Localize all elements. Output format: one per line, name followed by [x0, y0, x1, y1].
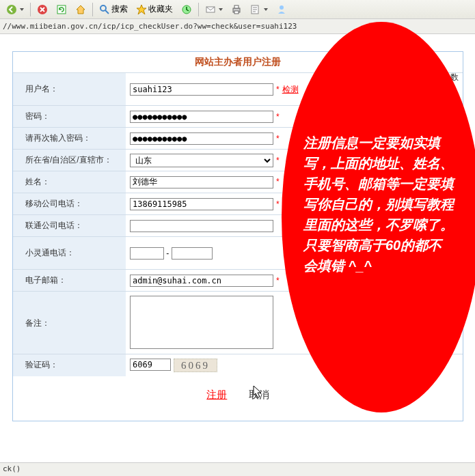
print-button[interactable]: [228, 2, 245, 17]
label-xlt: 小灵通电话：: [13, 237, 126, 270]
check-username-link[interactable]: 检测: [282, 85, 299, 94]
required-star: *: [276, 199, 280, 209]
required-star: *: [276, 85, 280, 94]
history-button[interactable]: [178, 2, 195, 17]
messenger-button[interactable]: [273, 2, 290, 17]
xlt-number-input[interactable]: [172, 247, 213, 260]
unicom-input[interactable]: [130, 220, 273, 232]
label-captcha: 验证码：: [13, 354, 126, 376]
svg-rect-8: [234, 11, 239, 14]
svg-rect-7: [234, 5, 239, 8]
password-input[interactable]: [130, 111, 273, 123]
required-star: *: [276, 112, 280, 122]
svg-point-3: [100, 5, 106, 11]
print-icon: [231, 4, 242, 15]
svg-point-0: [7, 5, 16, 14]
home-button[interactable]: [72, 2, 90, 17]
email-input[interactable]: [130, 275, 273, 287]
province-select[interactable]: 山东: [130, 154, 273, 167]
star-icon: [136, 4, 147, 15]
mobile-input[interactable]: [130, 198, 273, 210]
label-realname: 姓名：: [13, 171, 126, 193]
required-star: *: [276, 134, 280, 143]
label-unicom: 联通公司电话：: [13, 215, 126, 237]
realname-input[interactable]: [130, 176, 273, 188]
label-username: 用户名：: [13, 73, 126, 106]
history-icon: [181, 4, 192, 15]
label-password: 密码：: [13, 106, 126, 128]
back-button[interactable]: [3, 2, 27, 17]
stop-icon: [37, 4, 48, 15]
edit-icon: [250, 4, 261, 15]
dash: -: [166, 249, 169, 258]
username-input[interactable]: [130, 83, 273, 96]
status-text: ck(): [3, 464, 21, 473]
mail-icon: [205, 4, 216, 15]
captcha-input[interactable]: [130, 359, 171, 371]
edit-button[interactable]: [247, 2, 271, 17]
annotation-text: 注册信息一定要如实填写，上面的地址、姓名、手机号、邮箱等一定要填写你自己的，别填…: [303, 132, 454, 276]
search-label: 搜索: [111, 3, 128, 15]
fav-label: 收藏夹: [148, 3, 173, 15]
url-text: //www.miibeian.gov.cn/icp/icp_checkUser.…: [3, 22, 297, 31]
messenger-icon: [276, 4, 287, 15]
xlt-area-input[interactable]: [130, 247, 164, 260]
label-email: 电子邮箱：: [13, 270, 126, 292]
home-icon: [75, 4, 86, 15]
status-bar: ck(): [0, 462, 475, 476]
label-password2: 请再次输入密码：: [13, 128, 126, 150]
submit-button[interactable]: 注册: [206, 389, 227, 400]
svg-point-10: [280, 5, 284, 10]
chevron-down-icon: [219, 8, 223, 11]
chevron-down-icon: [264, 8, 268, 11]
label-remark: 备注：: [13, 292, 126, 354]
cancel-button[interactable]: 取消: [249, 389, 269, 400]
refresh-button[interactable]: [53, 2, 70, 17]
back-icon: [6, 4, 17, 15]
favorites-button[interactable]: 收藏夹: [133, 2, 176, 17]
password2-input[interactable]: [130, 132, 273, 145]
label-mobile: 移动公司电话：: [13, 193, 126, 215]
annotation-overlay: 注册信息一定要如实填写，上面的地址、姓名、手机号、邮箱等一定要填写你自己的，别填…: [282, 22, 475, 412]
label-province: 所在省/自治区/直辖市：: [13, 150, 126, 171]
refresh-icon: [56, 4, 67, 15]
browser-toolbar: 搜索 收藏夹: [0, 0, 475, 19]
stop-button[interactable]: [33, 2, 51, 17]
required-star: *: [276, 177, 280, 186]
mail-button[interactable]: [202, 2, 226, 17]
chevron-down-icon: [20, 8, 24, 11]
remark-textarea[interactable]: [130, 296, 273, 349]
required-star: *: [276, 156, 280, 165]
search-button[interactable]: 搜索: [96, 2, 131, 17]
captcha-image[interactable]: 6069: [174, 359, 217, 372]
required-star: *: [276, 276, 280, 285]
search-icon: [99, 4, 110, 15]
